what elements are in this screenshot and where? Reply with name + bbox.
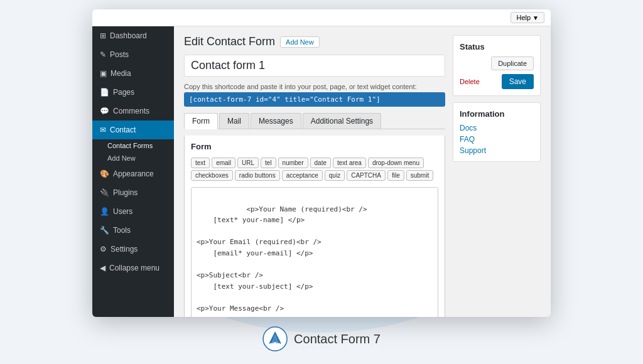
collapse-icon: ◀ xyxy=(100,264,105,272)
tag-buttons-row: textemailURLtelnumberdatetext areadrop-d… xyxy=(191,158,438,181)
users-icon: 👤 xyxy=(100,207,109,216)
duplicate-button[interactable]: Duplicate xyxy=(491,56,534,70)
sidebar-item-label: Appearance xyxy=(113,169,154,178)
media-icon: ▣ xyxy=(100,69,107,78)
sidebar-item-comments[interactable]: 💬 Comments xyxy=(92,102,174,120)
sidebar-item-label: Tools xyxy=(113,226,131,235)
sidebar-item-label: Posts xyxy=(110,50,129,59)
status-row-2: Delete Save xyxy=(460,74,534,89)
sidebar-sub-contact-forms[interactable]: Contact Forms xyxy=(92,139,174,152)
form-editor-title: Form xyxy=(191,142,438,151)
brand-logo-icon xyxy=(262,326,288,351)
tag-button-text[interactable]: text xyxy=(191,158,210,168)
sidebar-item-tools[interactable]: 🔧 Tools xyxy=(92,221,174,240)
sidebar-item-label: Contact xyxy=(110,126,136,134)
tag-button-drop-down-menu[interactable]: drop-down menu xyxy=(368,158,424,168)
tools-icon: 🔧 xyxy=(100,226,109,235)
tag-button-tel[interactable]: tel xyxy=(261,158,276,168)
support-link[interactable]: Support xyxy=(460,146,534,155)
sidebar-item-label: Plugins xyxy=(113,188,138,197)
contact-icon: ✉ xyxy=(100,126,106,134)
tag-button-quiz[interactable]: quiz xyxy=(325,170,345,181)
sidebar-item-label: Pages xyxy=(113,88,134,97)
tag-button-number[interactable]: number xyxy=(278,158,308,168)
help-chevron-icon: ▼ xyxy=(532,14,539,21)
form-editor: Form textemailURLtelnumberdatetext aread… xyxy=(184,136,445,317)
posts-icon: ✎ xyxy=(100,50,106,59)
sidebar-sub-label: Contact Forms xyxy=(107,142,153,149)
brand-name: Contact Form 7 xyxy=(294,332,381,346)
sidebar-item-label: Media xyxy=(111,69,131,78)
sidebar-item-settings[interactable]: ⚙ Settings xyxy=(92,240,174,259)
page-title-text: Edit Contact Form xyxy=(184,35,275,48)
sidebar-item-users[interactable]: 👤 Users xyxy=(92,202,174,221)
form-tabs: Form Mail Messages Additional Settings xyxy=(184,113,445,129)
dashboard-icon: ⊞ xyxy=(100,31,106,40)
docs-link[interactable]: Docs xyxy=(460,124,534,132)
tag-button-text-area[interactable]: text area xyxy=(333,158,366,168)
sidebar: ⊞ Dashboard ✎ Posts ▣ Media 📄 Pages 💬 Co… xyxy=(92,26,174,317)
status-buttons: Duplicate Delete Save xyxy=(460,56,534,89)
appearance-icon: 🎨 xyxy=(100,169,109,178)
sidebar-sub-label: Add New xyxy=(107,154,136,162)
add-new-button[interactable]: Add New xyxy=(280,36,320,48)
sidebar-item-pages[interactable]: 📄 Pages xyxy=(92,83,174,102)
tag-button-captcha[interactable]: CAPTCHA xyxy=(347,170,386,181)
status-panel: Status Duplicate Delete xyxy=(453,35,541,96)
main-content: Edit Contact Form Add New Copy this shor… xyxy=(174,26,551,317)
comments-icon: 💬 xyxy=(100,107,109,115)
branding: Contact Form 7 xyxy=(262,326,381,351)
sidebar-item-label: Comments xyxy=(113,107,149,115)
tag-button-radio-buttons[interactable]: radio buttons xyxy=(235,170,280,181)
sidebar-item-label: Collapse menu xyxy=(109,264,159,272)
help-button[interactable]: Help ▼ xyxy=(511,12,544,23)
settings-icon: ⚙ xyxy=(100,245,107,254)
code-editor[interactable]: <p>Your Name (required)<br /> [text* you… xyxy=(191,187,438,317)
main-right-panel: Status Duplicate Delete xyxy=(453,35,541,308)
main-left-panel: Edit Contact Form Add New Copy this shor… xyxy=(184,35,445,308)
status-panel-title: Status xyxy=(460,42,534,51)
title-bar: Help ▼ xyxy=(92,9,551,26)
tab-mail[interactable]: Mail xyxy=(219,113,249,129)
page-header: Edit Contact Form Add New xyxy=(184,35,445,48)
sidebar-item-appearance[interactable]: 🎨 Appearance xyxy=(92,164,174,183)
delete-link[interactable]: Delete xyxy=(460,78,480,85)
sidebar-item-label: Users xyxy=(113,207,132,216)
info-panel-title: Information xyxy=(460,109,534,119)
shortcode-section: Copy this shortcode and paste it into yo… xyxy=(184,83,445,107)
shortcode-label: Copy this shortcode and paste it into yo… xyxy=(184,83,445,90)
sidebar-item-contact[interactable]: ✉ Contact xyxy=(92,120,174,139)
sidebar-item-posts[interactable]: ✎ Posts xyxy=(92,45,174,64)
tag-button-file[interactable]: file xyxy=(387,170,404,181)
tab-messages[interactable]: Messages xyxy=(251,113,301,129)
form-title-input[interactable] xyxy=(184,55,445,77)
shortcode-box[interactable]: [contact-form-7 id="4" title="Contact Fo… xyxy=(184,92,445,107)
tab-additional-settings[interactable]: Additional Settings xyxy=(303,113,381,129)
tag-button-acceptance[interactable]: acceptance xyxy=(282,170,323,181)
sidebar-item-label: Settings xyxy=(111,245,138,254)
status-row-1: Duplicate xyxy=(460,56,534,70)
sidebar-item-dashboard[interactable]: ⊞ Dashboard xyxy=(92,26,174,45)
sidebar-sub-add-new[interactable]: Add New xyxy=(92,152,174,164)
tag-button-checkboxes[interactable]: checkboxes xyxy=(191,170,233,181)
faq-link[interactable]: FAQ xyxy=(460,135,534,144)
help-label: Help xyxy=(516,14,531,21)
app-window: Help ▼ ⊞ Dashboard ✎ Posts ▣ Media 📄 Pag… xyxy=(92,9,551,317)
pages-icon: 📄 xyxy=(100,88,109,97)
tab-form[interactable]: Form xyxy=(184,113,218,129)
info-panel: Information Docs FAQ Support xyxy=(453,102,541,162)
page-title: Edit Contact Form xyxy=(184,35,275,48)
tag-button-email[interactable]: email xyxy=(212,158,235,168)
tag-button-submit[interactable]: submit xyxy=(406,170,433,181)
sidebar-item-collapse[interactable]: ◀ Collapse menu xyxy=(92,259,174,277)
sidebar-item-label: Dashboard xyxy=(110,31,147,40)
sidebar-item-plugins[interactable]: 🔌 Plugins xyxy=(92,183,174,202)
plugins-icon: 🔌 xyxy=(100,188,109,197)
save-button[interactable]: Save xyxy=(502,74,534,89)
tag-button-date[interactable]: date xyxy=(310,158,331,168)
sidebar-item-media[interactable]: ▣ Media xyxy=(92,64,174,83)
content-area: ⊞ Dashboard ✎ Posts ▣ Media 📄 Pages 💬 Co… xyxy=(92,26,551,317)
tag-button-url[interactable]: URL xyxy=(237,158,259,168)
info-links: Docs FAQ Support xyxy=(460,124,534,155)
